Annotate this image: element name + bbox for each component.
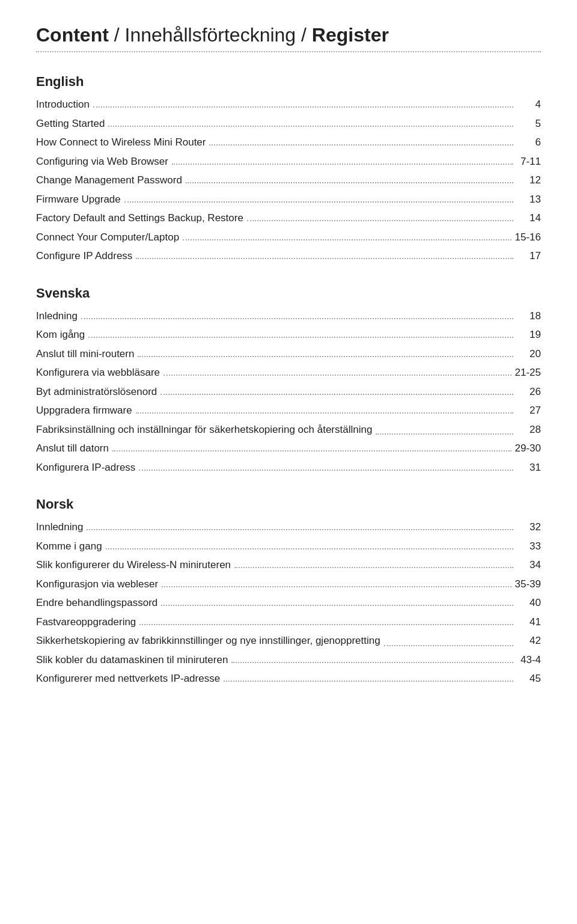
toc-entry-label: Change Management Password — [36, 173, 182, 188]
section-heading-svenska: Svenska — [36, 286, 541, 301]
toc-entry-label: Configuring via Web Browser — [36, 154, 168, 170]
toc-entry-page: 34 — [517, 557, 541, 573]
title-innehall: Innehållsförteckning — [125, 24, 296, 46]
toc-entry: Anslut till datorn29-30 — [36, 441, 541, 456]
toc-entry: Slik konfigurerer du Wireless-N minirute… — [36, 557, 541, 573]
toc-entry: Konfigurerer med nettverkets IP-adresse4… — [36, 671, 541, 687]
toc-dots — [172, 164, 513, 165]
toc-dots — [163, 375, 511, 376]
toc-entry-page: 45 — [517, 671, 541, 687]
toc-dots — [81, 318, 513, 319]
toc-entry-label: Fastvareoppgradering — [36, 614, 136, 630]
toc-entry-label: Anslut till datorn — [36, 441, 109, 456]
section-svenska: SvenskaInledning18Kom igång19Anslut till… — [36, 286, 541, 476]
toc-entry-page: 32 — [517, 519, 541, 535]
toc-entry: Inledning18 — [36, 308, 541, 324]
toc-entry: Anslut till mini-routern20 — [36, 346, 541, 362]
toc-entry-page: 13 — [517, 192, 541, 207]
toc-entry: Factory Default and Settings Backup, Res… — [36, 210, 541, 226]
toc-entry-page: 41 — [517, 614, 541, 630]
section-heading-norsk: Norsk — [36, 497, 541, 512]
toc-entry-page: 21-25 — [515, 365, 541, 381]
toc-dots — [376, 433, 513, 435]
toc-entry-page: 35-39 — [515, 577, 541, 592]
toc-entry-label: Endre behandlingspassord — [36, 595, 157, 611]
toc-entry-label: Uppgradera firmware — [36, 403, 132, 418]
toc-entry-label: Konfigurasjon via webleser — [36, 577, 158, 592]
toc-dots — [160, 394, 513, 395]
toc-entry: Configuring via Web Browser7-11 — [36, 154, 541, 170]
toc-entry: Konfigurera via webbläsare21-25 — [36, 365, 541, 381]
toc-entry-label: Innledning — [36, 519, 83, 535]
toc-entry-label: Konfigurera via webbläsare — [36, 365, 160, 381]
toc-entry: Getting Started5 — [36, 116, 541, 132]
toc-entry-page: 26 — [517, 384, 541, 400]
toc-dots — [93, 106, 513, 108]
toc-entry: Konfigurera IP-adress31 — [36, 460, 541, 476]
toc-entry-page: 33 — [517, 539, 541, 554]
toc-dots — [162, 586, 511, 587]
toc-entry-label: Anslut till mini-routern — [36, 346, 134, 362]
toc-dots — [108, 126, 513, 127]
toc-entry-page: 31 — [517, 460, 541, 476]
toc-entry-label: Firmware Upgrade — [36, 192, 121, 207]
toc-entry-label: Sikkerhetskopiering av fabrikkinnstillin… — [36, 633, 380, 649]
toc-entry-page: 12 — [517, 173, 541, 188]
toc-dots — [224, 681, 513, 682]
toc-entry-page: 20 — [517, 346, 541, 362]
toc-entry-page: 6 — [517, 135, 541, 150]
toc-dots — [87, 529, 513, 530]
toc-entry-label: Slik konfigurerer du Wireless-N minirute… — [36, 557, 231, 573]
toc-dots — [247, 220, 513, 221]
toc-entry-page: 18 — [517, 308, 541, 324]
toc-dots — [124, 201, 513, 203]
toc-container: EnglishIntroduction4Getting Started5How … — [36, 74, 541, 687]
section-english: EnglishIntroduction4Getting Started5How … — [36, 74, 541, 264]
toc-entry-label: Slik kobler du datamaskinen til minirute… — [36, 652, 228, 668]
toc-entry: Fabriksinställning och inställningar för… — [36, 422, 541, 438]
toc-entry-page: 14 — [517, 210, 541, 226]
toc-entry-label: Konfigurera IP-adress — [36, 460, 135, 476]
toc-dots — [138, 356, 513, 357]
toc-entry: Innledning32 — [36, 519, 541, 535]
toc-entry-page: 40 — [517, 595, 541, 611]
toc-dots — [209, 144, 513, 145]
toc-entry-label: Factory Default and Settings Backup, Res… — [36, 210, 243, 226]
toc-entry-label: Inledning — [36, 308, 78, 324]
toc-dots — [384, 645, 513, 646]
toc-entry-page: 28 — [517, 422, 541, 438]
toc-entry-label: How Connect to Wireless Mini Router — [36, 135, 206, 150]
toc-entry-label: Konfigurerer med nettverkets IP-adresse — [36, 671, 220, 687]
toc-entry-label: Connect Your Computer/Laptop — [36, 230, 179, 245]
toc-entry: Firmware Upgrade13 — [36, 192, 541, 207]
toc-entry: Konfigurasjon via webleser35-39 — [36, 577, 541, 592]
title-content: Content — [36, 24, 109, 46]
toc-dots — [88, 337, 513, 338]
page-title: Content / Innehållsförteckning / Registe… — [36, 24, 541, 52]
title-sep1: / — [109, 24, 125, 46]
toc-entry: Byt administratörslösenord26 — [36, 384, 541, 400]
toc-entry: Komme i gang33 — [36, 539, 541, 554]
toc-dots — [161, 605, 513, 606]
toc-entry: Fastvareoppgradering41 — [36, 614, 541, 630]
toc-entry: Configure IP Address17 — [36, 248, 541, 264]
toc-dots — [136, 258, 513, 259]
toc-dots — [231, 662, 513, 663]
toc-entry: Uppgradera firmware27 — [36, 403, 541, 418]
toc-entry-page: 15-16 — [515, 230, 541, 245]
toc-dots — [234, 567, 513, 568]
toc-entry-page: 17 — [517, 248, 541, 264]
toc-entry-label: Configure IP Address — [36, 248, 132, 264]
toc-entry: How Connect to Wireless Mini Router6 — [36, 135, 541, 150]
toc-entry: Slik kobler du datamaskinen til minirute… — [36, 652, 541, 668]
toc-entry: Introduction4 — [36, 97, 541, 112]
toc-entry: Sikkerhetskopiering av fabrikkinnstillin… — [36, 633, 541, 649]
toc-entry-page: 4 — [517, 97, 541, 112]
title-register: Register — [312, 24, 389, 46]
toc-dots — [139, 624, 513, 625]
toc-dots — [112, 450, 511, 451]
toc-entry-page: 19 — [517, 327, 541, 343]
section-norsk: NorskInnledning32Komme i gang33Slik konf… — [36, 497, 541, 687]
section-heading-english: English — [36, 74, 541, 90]
toc-entry-label: Komme i gang — [36, 539, 102, 554]
